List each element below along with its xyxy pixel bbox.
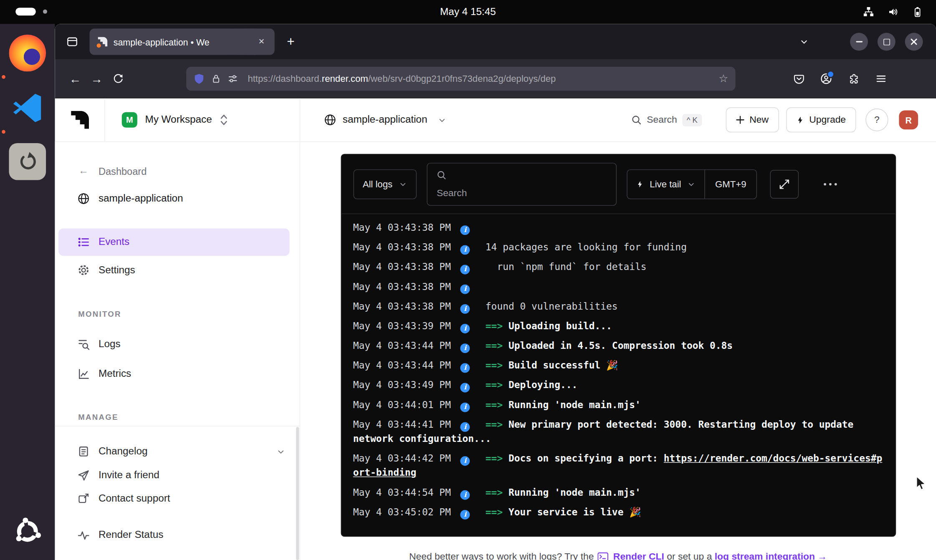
volume-icon[interactable] (888, 7, 898, 18)
global-search[interactable]: Search ^ K (631, 114, 702, 126)
expand-icon (779, 178, 791, 190)
log-entry: May 4 03:44:42 PMi==> Docs on specifying… (353, 449, 883, 483)
cli-terminal-icon (597, 552, 608, 560)
log-text: found 0 vulnerabilities (486, 300, 618, 312)
log-text: ==> (486, 506, 508, 517)
log-timestamp: May 4 03:45:02 PM (353, 506, 451, 517)
log-timestamp: May 4 03:43:38 PM (353, 261, 451, 272)
software-updater-dock-icon[interactable] (9, 143, 46, 180)
live-tail-dropdown[interactable]: Live tail (627, 170, 705, 199)
search-icon (631, 114, 642, 125)
minimize-button[interactable] (850, 33, 868, 51)
new-tab-button[interactable]: + (281, 32, 301, 52)
log-toolbar: All logs Search Live tail (341, 154, 895, 214)
chevron-down-icon (687, 180, 696, 188)
log-stream-integration-link[interactable]: log stream integration (715, 551, 815, 560)
forward-button[interactable]: → (86, 68, 107, 89)
maximize-button[interactable] (878, 33, 896, 51)
sidebar-item-events[interactable]: Events (58, 228, 289, 256)
permissions-icon[interactable] (228, 73, 238, 84)
new-button-label: New (749, 114, 769, 125)
workspace-selector[interactable]: M My Workspace (105, 98, 301, 141)
sidebar-item-settings[interactable]: Settings (78, 258, 286, 282)
metrics-chart-icon (78, 368, 90, 380)
log-entry: May 4 03:43:44 PMi==> Build successful 🎉 (353, 356, 883, 376)
close-button[interactable] (905, 33, 923, 51)
main-content: All logs Search Live tail (300, 142, 936, 560)
extensions-puzzle-icon[interactable] (843, 68, 864, 89)
events-label: Events (99, 236, 129, 248)
info-icon: i (460, 490, 470, 499)
service-selector[interactable]: sample-application (300, 114, 446, 126)
log-entry: May 4 03:43:38 PMi run `npm fund` for de… (353, 257, 883, 277)
sidebar-service[interactable]: sample-application (78, 187, 286, 210)
log-text: ==> (486, 379, 508, 391)
user-avatar[interactable]: R (899, 110, 918, 129)
firefox-dock-icon[interactable] (9, 35, 46, 72)
sidebar-item-changelog[interactable]: Changelog (78, 439, 286, 463)
log-timestamp: May 4 03:43:44 PM (353, 340, 451, 351)
log-entry: May 4 03:43:49 PMi==> Deploying... (353, 376, 883, 395)
account-icon[interactable] (815, 68, 837, 89)
sidebar-back-dashboard[interactable]: ← Dashboard (78, 159, 286, 183)
browser-tab[interactable]: sample-application • We × (89, 29, 274, 55)
firefox-view-button[interactable] (62, 32, 83, 52)
sidebar-item-metrics[interactable]: Metrics (78, 362, 286, 386)
log-text: run `npm fund` for details (486, 261, 647, 272)
menu-hamburger-icon[interactable] (870, 68, 892, 89)
system-tray[interactable] (863, 0, 923, 24)
tracking-protection-shield-icon[interactable] (193, 73, 205, 84)
render-logo[interactable] (55, 98, 105, 141)
avatar-initial: R (905, 115, 912, 125)
info-icon: i (460, 225, 470, 235)
render-dashboard-page: M My Workspace sample-application Search… (55, 98, 936, 560)
search-shortcut: ^ K (683, 114, 702, 126)
more-options-button[interactable] (824, 183, 837, 185)
log-timestamp: May 4 03:43:44 PM (353, 360, 451, 371)
pocket-icon[interactable] (788, 68, 809, 89)
log-filter-dropdown[interactable]: All logs (353, 169, 417, 199)
back-button[interactable]: ← (64, 68, 86, 89)
info-icon: i (460, 456, 470, 466)
sidebar-item-render-status[interactable]: Render Status (78, 523, 286, 547)
help-label: ? (874, 114, 880, 125)
log-timestamp: May 4 03:43:38 PM (353, 222, 451, 233)
timezone-button[interactable]: GMT+9 (705, 170, 756, 199)
log-entry: May 4 03:44:01 PMi==> Running 'node main… (353, 396, 883, 415)
navigation-toolbar: ← → https://dashboard.render.com/web/srv… (55, 60, 936, 98)
help-button[interactable]: ? (865, 108, 888, 131)
log-timestamp: May 4 03:44:01 PM (353, 399, 451, 410)
url-fade (671, 73, 713, 84)
info-icon: i (460, 363, 470, 373)
log-search-input[interactable]: Search (427, 162, 617, 205)
sidebar-scrollbar[interactable] (296, 427, 299, 560)
sidebar-item-logs[interactable]: Logs (78, 332, 286, 356)
toolbar-right (788, 68, 892, 89)
list-tabs-button[interactable] (794, 32, 815, 52)
log-text: ==> (486, 320, 508, 331)
info-icon: i (460, 510, 470, 519)
upgrade-button[interactable]: Upgrade (786, 107, 856, 132)
expand-logs-button[interactable] (770, 170, 799, 199)
network-icon[interactable] (863, 7, 874, 18)
system-clock[interactable]: May 4 15:45 (0, 6, 936, 18)
screen: May 4 15:45 (0, 0, 936, 560)
info-icon: i (460, 304, 470, 313)
sidebar-item-contact[interactable]: Contact support (78, 487, 286, 510)
lock-icon[interactable] (211, 73, 222, 84)
info-icon: i (460, 383, 470, 392)
manage-heading: MANAGE (78, 413, 118, 421)
sidebar-item-invite[interactable]: Invite a friend (78, 463, 286, 487)
url-bar[interactable]: https://dashboard.render.com/web/srv-d0b… (186, 67, 735, 91)
bookmark-star-icon[interactable]: ☆ (718, 72, 728, 85)
url-text[interactable]: https://dashboard.render.com/web/srv-d0b… (248, 73, 713, 84)
reload-button[interactable] (107, 68, 129, 89)
new-button[interactable]: New (726, 107, 779, 132)
battery-icon[interactable] (912, 7, 923, 18)
ubuntu-dock-icon[interactable] (11, 515, 44, 548)
vscode-dock-icon[interactable] (10, 91, 45, 125)
log-text: Build successful 🎉 (508, 360, 618, 371)
log-text: ==> (486, 453, 508, 464)
render-cli-link[interactable]: Render CLI (613, 551, 664, 560)
settings-label: Settings (99, 264, 135, 276)
